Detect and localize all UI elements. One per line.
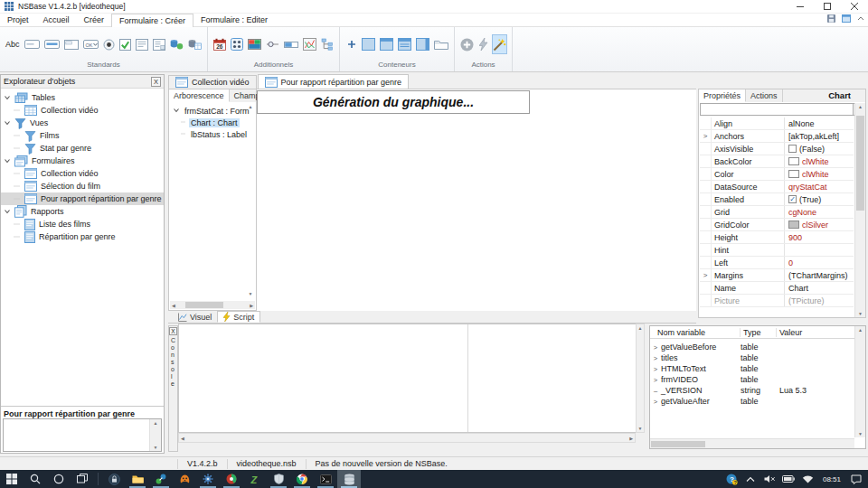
properties-tab-actions[interactable]: Actions [746,89,783,102]
property-row-align[interactable]: AlignalNone [700,117,854,130]
structure-item-frmstatcat-form[interactable]: frmStatCat : Form [169,105,256,117]
structure-item-lbstatus-label[interactable]: lbStatus : Label [169,128,256,140]
property-expander[interactable]: > [700,130,712,142]
variable-expander[interactable]: > [650,354,661,362]
app-shield-taskbar-button[interactable] [267,470,290,488]
wifi-button[interactable] [799,470,816,488]
panel-lines-button[interactable] [397,34,412,54]
app-gear-taskbar-button[interactable] [196,470,220,488]
battery-button[interactable] [780,470,797,488]
variables-vscroll[interactable]: ▲▼ [854,326,865,437]
comment-scrollbar[interactable]: ▲▼ [149,419,161,451]
tree-item-tables[interactable]: Tables [1,91,164,104]
variable-row-getvaluebefore[interactable]: >getValueBeforetable [650,342,865,352]
chevron-down-icon[interactable] [4,94,11,101]
tree-item-vues[interactable]: Vues [1,117,164,129]
slider-button[interactable] [265,34,280,54]
mode-tab-visuel[interactable]: Visuel [172,311,217,323]
radio-button-button[interactable] [102,34,116,54]
variable-row-titles[interactable]: >titlestable [650,352,865,363]
property-checkbox[interactable] [788,145,797,153]
app-red-browser-taskbar-button[interactable] [220,470,243,488]
tree-item-collection-vid-o[interactable]: Collection vidéo [1,104,164,117]
tree-item-r-partition-par-genre[interactable]: Répartition par genre [1,230,164,243]
window-panel-icon[interactable] [842,14,851,23]
property-row-hint[interactable]: Hint [700,244,854,257]
app-terminal-taskbar-button[interactable] [314,470,337,488]
add-container-button[interactable] [344,34,358,54]
menu-tab-formulaire-cr-er[interactable]: Formulaire : Créer [111,14,193,27]
property-value[interactable]: (TPicture) [784,295,854,306]
chevron-down-icon[interactable] [4,157,11,164]
doc-tab-pour-rapport-r-partition-par-genre[interactable]: Pour rapport répartition par genre [258,74,410,89]
property-row-grid[interactable]: GridcgNone [700,206,854,219]
labeled-edit-button[interactable] [43,34,61,54]
app-link-taskbar-button[interactable] [149,470,173,488]
form-canvas[interactable]: Génération du graphique... [257,89,696,311]
form-comment-box[interactable]: ▲▼ [3,418,162,452]
tree-item-rapports[interactable]: Rapports [1,205,164,218]
close-button[interactable] [841,0,868,14]
property-value[interactable]: clWhite [784,168,854,180]
chart-status-label-control[interactable]: Génération du graphique... [257,90,530,114]
task-view-button[interactable] [71,470,94,488]
variable-row-version[interactable]: –_VERSIONstringLua 5.3 [650,385,865,396]
dice-grid-button[interactable] [230,34,244,54]
minimize-button[interactable] [787,0,814,14]
clock[interactable]: 08:51 [818,475,845,483]
app-lock-taskbar-button[interactable] [102,470,126,488]
checkbox-button[interactable] [118,34,132,54]
maximize-button[interactable] [814,0,841,14]
combobox-button[interactable]: OK [82,34,99,54]
variable-expander[interactable]: > [650,365,661,373]
app-paint-taskbar-button[interactable] [173,470,196,488]
db-navigator-button[interactable] [169,34,184,54]
property-row-anchors[interactable]: >Anchors[akTop,akLeft] [700,130,854,143]
variable-expander[interactable]: > [650,343,661,352]
listbox-button[interactable] [135,34,149,54]
tree-item-films[interactable]: Films [1,129,164,142]
property-value[interactable]: alNone [784,117,854,129]
property-checkbox[interactable] [788,195,797,203]
panel-control-button[interactable] [63,34,80,54]
property-row-picture[interactable]: Picture(TPicture) [700,295,854,307]
chevron-down-icon[interactable] [173,107,180,116]
tree-item-s-lection-du-film[interactable]: Sélection du film [1,180,164,192]
property-value[interactable]: clWhite [784,155,854,167]
treeview-button[interactable] [320,34,335,54]
variable-row-getvalueafter[interactable]: >getValueAftertable [650,396,865,407]
variables-hscroll[interactable] [650,438,854,448]
edit-field-button[interactable] [24,34,41,54]
volume-muted-button[interactable] [761,470,778,488]
property-value[interactable]: [akTop,akLeft] [784,130,854,142]
tray-help-button[interactable]: ?? [723,470,741,488]
checklistbox-button[interactable] [152,34,166,54]
property-row-margins[interactable]: >Margins(TChartMargins) [700,269,854,282]
close-explorer-button[interactable]: X [151,77,161,87]
panel-plain-button[interactable] [361,34,376,54]
tree-item-stat-par-genre[interactable]: Stat par genre [1,142,164,155]
search-button[interactable] [24,470,47,488]
wizard-button[interactable] [492,34,507,54]
structure-tab-arborescence[interactable]: Arborescence [169,89,230,102]
property-value[interactable]: (True) [784,193,854,205]
properties-scrollbar[interactable]: ▲▼ [854,103,865,317]
folder-button[interactable] [433,34,449,54]
console-close-button[interactable]: X [169,327,177,335]
variable-expander[interactable]: > [650,376,661,384]
variable-row-frmvideo[interactable]: >frmVIDEOtable [650,374,865,385]
tree-item-pour-rapport-r-partition-par-genre[interactable]: Pour rapport répartition par genre [1,192,164,205]
tree-item-collection-vid-o[interactable]: Collection vidéo [1,167,164,180]
chevron-down-icon[interactable] [4,208,11,215]
property-row-height[interactable]: Height900 [700,231,854,244]
variable-row-htmltotext[interactable]: >HTMLToTexttable [650,363,865,374]
chevron-down-icon[interactable] [4,119,11,127]
structure-item-chart-chart[interactable]: Chart : Chart [169,117,256,128]
tree-item-liste-des-films[interactable]: Liste des films [1,218,164,230]
property-value[interactable]: 0 [784,257,854,268]
app-folder-taskbar-button[interactable] [126,470,149,488]
properties-tab-propri-t-s[interactable]: Propriétés [699,89,746,102]
property-row-datasource[interactable]: DataSourceqryStatCat [700,181,854,193]
script-action-button[interactable] [477,34,489,54]
panel-top-button[interactable] [379,34,394,54]
